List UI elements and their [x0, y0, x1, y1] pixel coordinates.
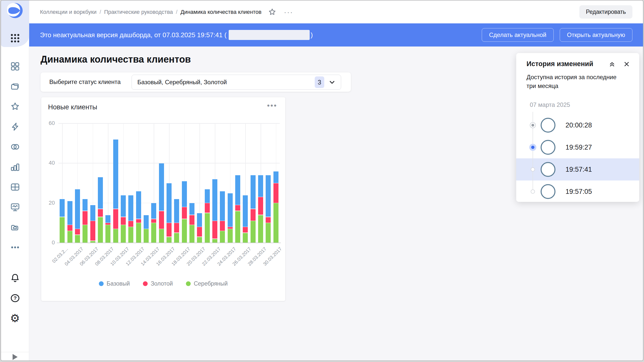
bar-segment-Золотой[interactable]	[220, 221, 225, 231]
bar-segment-Серебряный[interactable]	[98, 217, 103, 243]
bar-segment-Базовый[interactable]	[220, 191, 225, 221]
bar-segment-Золотой[interactable]	[205, 203, 210, 213]
bar-segment-Серебряный[interactable]	[243, 233, 248, 243]
version-row[interactable]: 20:00:28	[516, 114, 639, 136]
version-radio[interactable]	[531, 167, 535, 172]
bar-segment-Базовый[interactable]	[136, 191, 141, 219]
bar-segment-Серебряный[interactable]	[128, 227, 133, 243]
bar-segment-Золотой[interactable]	[75, 229, 80, 235]
bar-segment-Серебряный[interactable]	[174, 233, 179, 243]
bar-segment-Серебряный[interactable]	[67, 231, 72, 243]
sidebar-item-editor[interactable]	[1, 197, 29, 217]
bar-segment-Золотой[interactable]	[98, 209, 103, 217]
bar-segment-Базовый[interactable]	[67, 201, 72, 225]
bar-segment-Серебряный[interactable]	[113, 229, 118, 243]
version-row[interactable]: 19:59:27	[516, 136, 639, 158]
bar-segment-Золотой[interactable]	[121, 217, 126, 225]
sidebar-item-dashboards[interactable]	[1, 177, 29, 197]
bar-segment-Базовый[interactable]	[144, 215, 149, 229]
bar-segment-Золотой[interactable]	[167, 223, 172, 237]
open-actual-button[interactable]: Открыть актуальную	[560, 28, 632, 42]
bar-segment-Базовый[interactable]	[105, 215, 110, 223]
bar-segment-Базовый[interactable]	[197, 213, 202, 227]
bar-segment-Базовый[interactable]	[159, 163, 164, 211]
close-button[interactable]	[623, 61, 630, 68]
bar-segment-Базовый[interactable]	[251, 175, 256, 209]
breadcrumb-collections[interactable]: Коллекции и воркбуки	[40, 9, 97, 15]
bar-segment-Базовый[interactable]	[189, 203, 194, 215]
bar-segment-Базовый[interactable]	[83, 199, 88, 211]
bar-segment-Золотой[interactable]	[159, 211, 164, 229]
bar-segment-Серебряный[interactable]	[273, 203, 278, 243]
bar-segment-Базовый[interactable]	[167, 183, 172, 223]
bar-segment-Базовый[interactable]	[182, 181, 187, 207]
bar-segment-Базовый[interactable]	[151, 203, 156, 219]
bar-segment-Базовый[interactable]	[212, 179, 217, 221]
sidebar-expand-button[interactable]	[1, 353, 29, 361]
bar-segment-Базовый[interactable]	[98, 177, 103, 209]
bar-segment-Серебряный[interactable]	[235, 211, 240, 243]
version-radio[interactable]	[531, 190, 535, 194]
bar-segment-Золотой[interactable]	[273, 183, 278, 203]
sidebar-item-storage[interactable]	[1, 217, 29, 237]
settings-button[interactable]: ⚙	[1, 308, 29, 328]
bar-segment-Серебряный[interactable]	[83, 225, 88, 243]
version-radio[interactable]	[530, 122, 536, 128]
datalens-logo[interactable]	[7, 3, 23, 19]
bar-segment-Серебряный[interactable]	[167, 237, 172, 243]
sidebar-item-connections[interactable]	[1, 117, 29, 137]
sidebar-item-charts[interactable]	[1, 157, 29, 177]
sidebar-item-workbooks[interactable]	[1, 76, 29, 97]
bar-segment-Базовый[interactable]	[235, 175, 240, 205]
bar-segment-Базовый[interactable]	[228, 193, 233, 227]
bar-segment-Серебряный[interactable]	[266, 223, 271, 243]
bar-segment-Золотой[interactable]	[128, 221, 133, 227]
bar-segment-Золотой[interactable]	[189, 215, 194, 225]
bar-segment-Золотой[interactable]	[105, 223, 110, 224]
client-status-select[interactable]: Базовый, Серебряный, Золотой 3	[132, 75, 341, 90]
bar-segment-Серебряный[interactable]	[220, 231, 225, 243]
sidebar-item-favorites[interactable]	[1, 97, 29, 117]
bar-segment-Базовый[interactable]	[121, 195, 126, 217]
bar-segment-Базовый[interactable]	[205, 189, 210, 203]
bar-segment-Серебряный[interactable]	[136, 223, 141, 243]
bar-segment-Серебряный[interactable]	[151, 223, 156, 243]
bar-segment-Серебряный[interactable]	[182, 219, 187, 243]
version-row[interactable]: 19:57:05	[516, 180, 639, 203]
collapse-button[interactable]	[609, 61, 616, 68]
make-actual-button[interactable]: Сделать актуальной	[482, 28, 554, 42]
bar-segment-Золотой[interactable]	[243, 227, 248, 233]
legend-item-Базовый[interactable]: Базовый	[99, 280, 130, 287]
bar-segment-Серебряный[interactable]	[75, 235, 80, 243]
bar-segment-Базовый[interactable]	[75, 189, 80, 229]
legend-item-Серебряный[interactable]: Серебряный	[186, 280, 228, 287]
version-time[interactable]: 19:57:05	[566, 188, 592, 196]
more-dots-icon[interactable]: ...	[284, 11, 293, 14]
bar-segment-Серебряный[interactable]	[144, 229, 149, 243]
bar-segment-Серебряный[interactable]	[258, 215, 263, 243]
bar-segment-Золотой[interactable]	[182, 207, 187, 219]
sidebar-item-tiles[interactable]	[1, 56, 29, 76]
favorite-star-button[interactable]	[268, 8, 276, 16]
breadcrumb-guides[interactable]: Практические руководства	[104, 9, 173, 15]
bar-segment-Золотой[interactable]	[83, 211, 88, 225]
bar-segment-Серебряный[interactable]	[90, 241, 95, 243]
bar-segment-Базовый[interactable]	[258, 175, 263, 197]
help-button[interactable]: ?	[1, 288, 29, 308]
version-time[interactable]: 19:59:27	[566, 144, 592, 151]
legend-item-Золотой[interactable]: Золотой	[143, 280, 173, 287]
bar-segment-Серебряный[interactable]	[60, 217, 65, 243]
bar-segment-Золотой[interactable]	[235, 205, 240, 211]
bar-segment-Базовый[interactable]	[90, 205, 95, 221]
bar-segment-Серебряный[interactable]	[251, 221, 256, 243]
bar-segment-Золотой[interactable]	[228, 227, 233, 229]
version-time[interactable]: 20:00:28	[566, 121, 592, 129]
bar-segment-Золотой[interactable]	[251, 209, 256, 221]
bar-segment-Базовый[interactable]	[243, 195, 248, 227]
bar-segment-Базовый[interactable]	[174, 199, 179, 223]
bar-segment-Серебряный[interactable]	[159, 229, 164, 243]
edit-button[interactable]: Редактировать	[579, 5, 632, 19]
sidebar-item-datasets[interactable]	[1, 137, 29, 157]
sidebar-item-more[interactable]	[1, 237, 29, 257]
bar-segment-Золотой[interactable]	[136, 219, 141, 223]
